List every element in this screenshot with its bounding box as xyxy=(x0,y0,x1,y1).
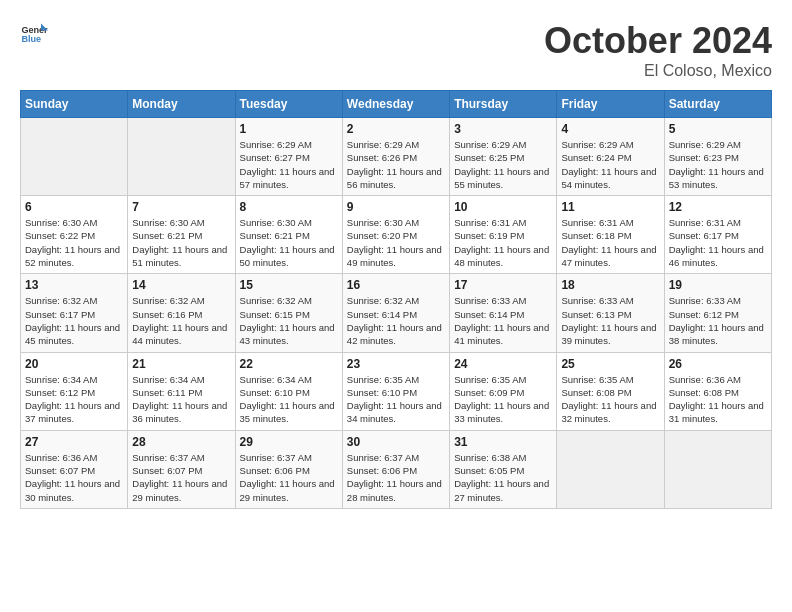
day-number: 17 xyxy=(454,278,552,292)
day-number: 6 xyxy=(25,200,123,214)
day-number: 31 xyxy=(454,435,552,449)
calendar-cell: 8Sunrise: 6:30 AMSunset: 6:21 PMDaylight… xyxy=(235,196,342,274)
weekday-header: Sunday xyxy=(21,91,128,118)
cell-detail: Sunrise: 6:34 AMSunset: 6:12 PMDaylight:… xyxy=(25,373,123,426)
calendar-cell: 23Sunrise: 6:35 AMSunset: 6:10 PMDayligh… xyxy=(342,352,449,430)
day-number: 28 xyxy=(132,435,230,449)
cell-detail: Sunrise: 6:30 AMSunset: 6:21 PMDaylight:… xyxy=(240,216,338,269)
calendar-cell xyxy=(664,430,771,508)
calendar-cell: 28Sunrise: 6:37 AMSunset: 6:07 PMDayligh… xyxy=(128,430,235,508)
calendar-cell: 24Sunrise: 6:35 AMSunset: 6:09 PMDayligh… xyxy=(450,352,557,430)
cell-detail: Sunrise: 6:35 AMSunset: 6:10 PMDaylight:… xyxy=(347,373,445,426)
cell-detail: Sunrise: 6:36 AMSunset: 6:08 PMDaylight:… xyxy=(669,373,767,426)
day-number: 29 xyxy=(240,435,338,449)
day-number: 21 xyxy=(132,357,230,371)
cell-detail: Sunrise: 6:29 AMSunset: 6:25 PMDaylight:… xyxy=(454,138,552,191)
calendar-cell xyxy=(128,118,235,196)
calendar-cell xyxy=(21,118,128,196)
logo: General Blue xyxy=(20,20,48,48)
calendar-cell: 2Sunrise: 6:29 AMSunset: 6:26 PMDaylight… xyxy=(342,118,449,196)
cell-detail: Sunrise: 6:30 AMSunset: 6:22 PMDaylight:… xyxy=(25,216,123,269)
calendar-cell: 20Sunrise: 6:34 AMSunset: 6:12 PMDayligh… xyxy=(21,352,128,430)
cell-detail: Sunrise: 6:32 AMSunset: 6:15 PMDaylight:… xyxy=(240,294,338,347)
cell-detail: Sunrise: 6:29 AMSunset: 6:24 PMDaylight:… xyxy=(561,138,659,191)
calendar-week-row: 20Sunrise: 6:34 AMSunset: 6:12 PMDayligh… xyxy=(21,352,772,430)
calendar-cell: 15Sunrise: 6:32 AMSunset: 6:15 PMDayligh… xyxy=(235,274,342,352)
calendar-week-row: 6Sunrise: 6:30 AMSunset: 6:22 PMDaylight… xyxy=(21,196,772,274)
day-number: 11 xyxy=(561,200,659,214)
cell-detail: Sunrise: 6:29 AMSunset: 6:23 PMDaylight:… xyxy=(669,138,767,191)
day-number: 12 xyxy=(669,200,767,214)
page-header: General Blue October 2024 El Coloso, Mex… xyxy=(20,20,772,80)
calendar-cell: 19Sunrise: 6:33 AMSunset: 6:12 PMDayligh… xyxy=(664,274,771,352)
calendar-cell: 9Sunrise: 6:30 AMSunset: 6:20 PMDaylight… xyxy=(342,196,449,274)
calendar-cell: 21Sunrise: 6:34 AMSunset: 6:11 PMDayligh… xyxy=(128,352,235,430)
calendar-week-row: 1Sunrise: 6:29 AMSunset: 6:27 PMDaylight… xyxy=(21,118,772,196)
calendar-cell: 7Sunrise: 6:30 AMSunset: 6:21 PMDaylight… xyxy=(128,196,235,274)
cell-detail: Sunrise: 6:31 AMSunset: 6:19 PMDaylight:… xyxy=(454,216,552,269)
cell-detail: Sunrise: 6:34 AMSunset: 6:11 PMDaylight:… xyxy=(132,373,230,426)
calendar-cell: 18Sunrise: 6:33 AMSunset: 6:13 PMDayligh… xyxy=(557,274,664,352)
cell-detail: Sunrise: 6:37 AMSunset: 6:06 PMDaylight:… xyxy=(347,451,445,504)
day-number: 24 xyxy=(454,357,552,371)
weekday-header: Thursday xyxy=(450,91,557,118)
cell-detail: Sunrise: 6:33 AMSunset: 6:14 PMDaylight:… xyxy=(454,294,552,347)
day-number: 8 xyxy=(240,200,338,214)
calendar-cell: 22Sunrise: 6:34 AMSunset: 6:10 PMDayligh… xyxy=(235,352,342,430)
cell-detail: Sunrise: 6:36 AMSunset: 6:07 PMDaylight:… xyxy=(25,451,123,504)
cell-detail: Sunrise: 6:32 AMSunset: 6:17 PMDaylight:… xyxy=(25,294,123,347)
cell-detail: Sunrise: 6:32 AMSunset: 6:16 PMDaylight:… xyxy=(132,294,230,347)
day-number: 15 xyxy=(240,278,338,292)
cell-detail: Sunrise: 6:37 AMSunset: 6:06 PMDaylight:… xyxy=(240,451,338,504)
calendar-cell: 17Sunrise: 6:33 AMSunset: 6:14 PMDayligh… xyxy=(450,274,557,352)
day-number: 16 xyxy=(347,278,445,292)
day-number: 14 xyxy=(132,278,230,292)
cell-detail: Sunrise: 6:33 AMSunset: 6:12 PMDaylight:… xyxy=(669,294,767,347)
calendar-cell: 10Sunrise: 6:31 AMSunset: 6:19 PMDayligh… xyxy=(450,196,557,274)
weekday-header: Saturday xyxy=(664,91,771,118)
location-title: El Coloso, Mexico xyxy=(544,62,772,80)
calendar-cell: 13Sunrise: 6:32 AMSunset: 6:17 PMDayligh… xyxy=(21,274,128,352)
day-number: 30 xyxy=(347,435,445,449)
cell-detail: Sunrise: 6:31 AMSunset: 6:17 PMDaylight:… xyxy=(669,216,767,269)
day-number: 27 xyxy=(25,435,123,449)
calendar-week-row: 13Sunrise: 6:32 AMSunset: 6:17 PMDayligh… xyxy=(21,274,772,352)
day-number: 22 xyxy=(240,357,338,371)
day-number: 4 xyxy=(561,122,659,136)
calendar-cell: 6Sunrise: 6:30 AMSunset: 6:22 PMDaylight… xyxy=(21,196,128,274)
logo-icon: General Blue xyxy=(20,20,48,48)
calendar-cell: 31Sunrise: 6:38 AMSunset: 6:05 PMDayligh… xyxy=(450,430,557,508)
day-number: 1 xyxy=(240,122,338,136)
day-number: 26 xyxy=(669,357,767,371)
calendar-cell: 29Sunrise: 6:37 AMSunset: 6:06 PMDayligh… xyxy=(235,430,342,508)
day-number: 5 xyxy=(669,122,767,136)
day-number: 20 xyxy=(25,357,123,371)
day-number: 10 xyxy=(454,200,552,214)
day-number: 25 xyxy=(561,357,659,371)
calendar-cell: 30Sunrise: 6:37 AMSunset: 6:06 PMDayligh… xyxy=(342,430,449,508)
calendar-cell: 11Sunrise: 6:31 AMSunset: 6:18 PMDayligh… xyxy=(557,196,664,274)
day-number: 9 xyxy=(347,200,445,214)
cell-detail: Sunrise: 6:34 AMSunset: 6:10 PMDaylight:… xyxy=(240,373,338,426)
calendar-cell: 16Sunrise: 6:32 AMSunset: 6:14 PMDayligh… xyxy=(342,274,449,352)
weekday-header: Tuesday xyxy=(235,91,342,118)
day-number: 2 xyxy=(347,122,445,136)
calendar-cell: 5Sunrise: 6:29 AMSunset: 6:23 PMDaylight… xyxy=(664,118,771,196)
cell-detail: Sunrise: 6:35 AMSunset: 6:09 PMDaylight:… xyxy=(454,373,552,426)
day-number: 18 xyxy=(561,278,659,292)
calendar-table: SundayMondayTuesdayWednesdayThursdayFrid… xyxy=(20,90,772,509)
calendar-cell: 12Sunrise: 6:31 AMSunset: 6:17 PMDayligh… xyxy=(664,196,771,274)
cell-detail: Sunrise: 6:30 AMSunset: 6:21 PMDaylight:… xyxy=(132,216,230,269)
calendar-cell: 26Sunrise: 6:36 AMSunset: 6:08 PMDayligh… xyxy=(664,352,771,430)
calendar-cell: 25Sunrise: 6:35 AMSunset: 6:08 PMDayligh… xyxy=(557,352,664,430)
cell-detail: Sunrise: 6:29 AMSunset: 6:27 PMDaylight:… xyxy=(240,138,338,191)
calendar-cell: 1Sunrise: 6:29 AMSunset: 6:27 PMDaylight… xyxy=(235,118,342,196)
weekday-header: Friday xyxy=(557,91,664,118)
calendar-week-row: 27Sunrise: 6:36 AMSunset: 6:07 PMDayligh… xyxy=(21,430,772,508)
title-area: October 2024 El Coloso, Mexico xyxy=(544,20,772,80)
day-number: 23 xyxy=(347,357,445,371)
calendar-cell: 4Sunrise: 6:29 AMSunset: 6:24 PMDaylight… xyxy=(557,118,664,196)
day-number: 3 xyxy=(454,122,552,136)
day-number: 7 xyxy=(132,200,230,214)
weekday-header-row: SundayMondayTuesdayWednesdayThursdayFrid… xyxy=(21,91,772,118)
